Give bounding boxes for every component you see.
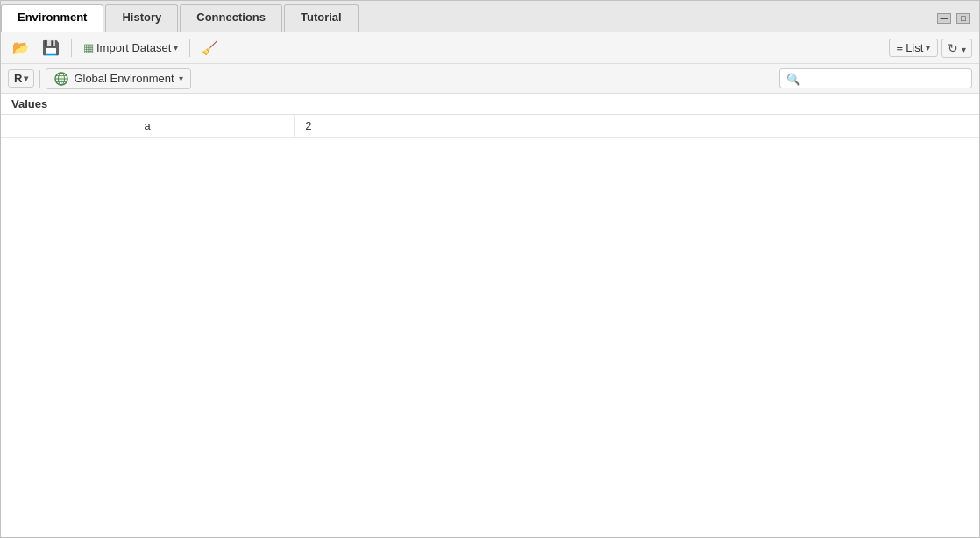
refresh-icon: ↻ xyxy=(948,41,958,55)
search-input[interactable] xyxy=(779,68,972,88)
maximize-button[interactable]: □ xyxy=(956,13,970,24)
refresh-button[interactable]: ↻ ▾ xyxy=(941,39,972,58)
import-label: Import Dataset xyxy=(96,41,171,54)
env-label: Global Environment xyxy=(74,72,174,85)
clear-button[interactable]: 🧹 xyxy=(197,39,223,58)
save-button[interactable]: 💾 xyxy=(38,38,64,58)
env-separator xyxy=(39,70,40,88)
separator-1 xyxy=(71,39,72,57)
list-caret: ▾ xyxy=(926,43,930,53)
rstudio-panel: Environment History Connections Tutorial… xyxy=(0,0,980,538)
search-wrap: 🔍 xyxy=(779,68,972,88)
minimize-button[interactable]: — xyxy=(937,13,951,24)
open-folder-icon: 📂 xyxy=(12,39,30,56)
toolbar: 📂 💾 ▦ Import Dataset ▾ 🧹 ≡ List ▾ ↻ ▾ xyxy=(1,32,979,64)
window-controls: — □ xyxy=(928,4,979,32)
broom-icon: 🧹 xyxy=(202,40,218,56)
list-icon: ≡ xyxy=(897,41,904,54)
globe-icon xyxy=(53,71,69,87)
tab-spacer xyxy=(360,4,928,32)
tab-bar: Environment History Connections Tutorial… xyxy=(1,1,979,32)
search-box-wrap: 🔍 xyxy=(196,68,972,88)
main-content: Values a 2 xyxy=(1,94,979,537)
global-environment-button[interactable]: Global Environment ▾ xyxy=(46,68,190,89)
refresh-caret: ▾ xyxy=(962,45,966,54)
import-caret: ▾ xyxy=(174,43,178,53)
separator-2 xyxy=(189,39,190,57)
table-row: a 2 xyxy=(1,115,979,138)
import-dataset-button[interactable]: ▦ Import Dataset ▾ xyxy=(79,39,182,56)
r-selector-button[interactable]: R ▾ xyxy=(8,69,34,88)
r-caret: ▾ xyxy=(24,74,28,83)
import-icon: ▦ xyxy=(83,41,94,54)
tab-connections[interactable]: Connections xyxy=(180,4,282,32)
tab-tutorial[interactable]: Tutorial xyxy=(284,4,359,32)
open-button[interactable]: 📂 xyxy=(8,38,34,58)
values-tbody: a 2 xyxy=(1,115,979,138)
environment-row: R ▾ Global Environment ▾ 🔍 xyxy=(1,64,979,94)
values-header: Values xyxy=(1,94,979,115)
var-name-cell: a xyxy=(1,115,295,138)
tab-history[interactable]: History xyxy=(105,4,178,32)
r-label: R xyxy=(14,72,22,85)
list-button[interactable]: ≡ List ▾ xyxy=(889,39,939,57)
save-icon: 💾 xyxy=(42,39,60,56)
values-table: a 2 xyxy=(1,115,979,138)
toolbar-right: ≡ List ▾ ↻ ▾ xyxy=(889,39,972,58)
var-value-cell: 2 xyxy=(295,115,979,138)
list-label: List xyxy=(905,41,923,54)
tab-environment[interactable]: Environment xyxy=(1,4,103,32)
env-caret: ▾ xyxy=(179,74,183,83)
